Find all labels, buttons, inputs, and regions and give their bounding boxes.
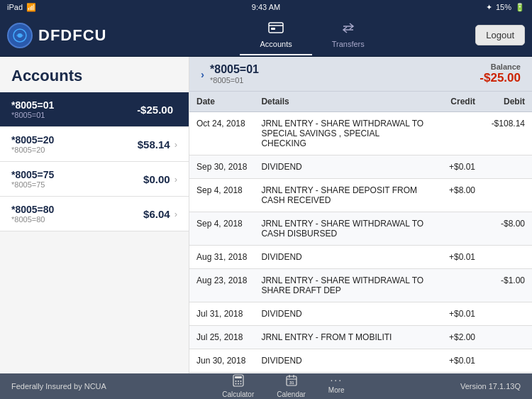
tx-debit — [482, 155, 532, 179]
account-item-8005-80[interactable]: *8005=80 *8005=80 $6.04 › — [0, 197, 189, 231]
table-row[interactable]: Jul 25, 2018 JRNL ENTRY - FROM T MOBILIT… — [189, 326, 532, 349]
calculator-icon — [232, 374, 245, 390]
calendar-label: Calendar — [277, 390, 306, 398]
tx-details: JRNL ENTRY - SHARE WITHDRAWAL TO SPECIAL… — [254, 112, 433, 155]
sidebar: Accounts *8005=01 *8005=01 -$25.00 *8005… — [0, 57, 189, 373]
account-sub: *8005=01 — [11, 111, 137, 119]
more-label: More — [328, 386, 345, 394]
svg-point-10 — [235, 383, 236, 385]
tx-credit — [433, 112, 482, 155]
svg-point-1 — [18, 33, 22, 38]
tx-credit — [433, 212, 482, 246]
tx-debit — [482, 326, 532, 349]
logout-button[interactable]: Logout — [475, 25, 525, 45]
table-header: Date Details Credit Debit — [189, 92, 532, 112]
sidebar-title: Accounts — [0, 57, 189, 92]
account-sub: *8005=80 — [11, 215, 143, 224]
tx-details: JRNL ENTRY - FROM T MOBILITI — [254, 326, 433, 349]
logo-icon — [7, 23, 33, 48]
account-balance: $0.00 — [143, 173, 170, 185]
account-item-8005-20[interactable]: *8005=20 *8005=20 $58.14 › — [0, 127, 189, 162]
chevron-icon: › — [174, 209, 177, 219]
tab-calculator[interactable]: Calculator — [211, 373, 265, 399]
svg-point-7 — [235, 381, 236, 382]
col-credit: Credit — [433, 92, 482, 112]
tab-accounts-label: Accounts — [260, 40, 292, 48]
table-row[interactable]: Aug 31, 2018 DIVIDEND +$0.01 — [189, 246, 532, 269]
tx-date: Aug 31, 2018 — [189, 246, 254, 269]
tx-debit — [482, 373, 532, 374]
tab-more[interactable]: ··· More — [317, 373, 356, 399]
tab-transfers-label: Transfers — [332, 40, 365, 48]
detail-account-info: *8005=01 *8005=01 — [210, 63, 259, 84]
tx-details: DIVIDEND — [254, 155, 433, 179]
account-number: *8005=75 — [11, 169, 143, 180]
tx-credit: +$0.01 — [433, 246, 482, 269]
detail-balance-label: Balance — [480, 62, 521, 71]
tx-details: JRNL ENTRY - SHARE WITHDRAWAL TO CASH DI… — [254, 212, 433, 246]
status-bar: iPad 📶 9:43 AM ✦ 15% 🔋 — [0, 0, 532, 14]
account-info: *8005=20 *8005=20 — [11, 134, 138, 154]
main-layout: Accounts *8005=01 *8005=01 -$25.00 *8005… — [0, 57, 532, 373]
tx-debit: -$1.00 — [482, 269, 532, 302]
svg-point-9 — [240, 381, 241, 382]
calculator-label: Calculator — [222, 390, 254, 398]
tx-credit: +$8.00 — [433, 179, 482, 212]
tab-transfers[interactable]: Transfers — [312, 15, 384, 55]
tx-details: DIVIDEND — [254, 302, 433, 326]
accounts-icon — [267, 21, 284, 38]
tx-details: JRNL ENTRY - SHARE WITHDRAWAL TO SHARE D… — [254, 269, 433, 302]
tx-credit — [433, 269, 482, 302]
tx-credit: +$2.00 — [433, 326, 482, 349]
svg-rect-2 — [269, 23, 283, 33]
tx-date: Oct 24, 2018 — [189, 112, 254, 155]
bluetooth-icon: ✦ — [486, 3, 492, 12]
table-row[interactable]: Jul 31, 2018 DIVIDEND +$0.01 — [189, 302, 532, 326]
account-number: *8005=01 — [11, 99, 137, 111]
footer-tabs: Calculator 31 Calendar ··· More — [211, 373, 355, 399]
table-row[interactable]: Sep 4, 2018 JRNL ENTRY - SHARE WITHDRAWA… — [189, 212, 532, 246]
account-item-8005-75[interactable]: *8005=75 *8005=75 $0.00 › — [0, 162, 189, 197]
transfers-icon — [340, 21, 357, 38]
tx-credit: +$0.01 — [433, 349, 482, 373]
battery-label: 15% — [496, 3, 511, 11]
account-sub: *8005=20 — [11, 146, 138, 154]
tx-debit — [482, 179, 532, 212]
account-item-8005-01[interactable]: *8005=01 *8005=01 -$25.00 — [0, 92, 189, 127]
tx-date: Sep 4, 2018 — [189, 179, 254, 212]
svg-point-12 — [240, 383, 241, 385]
account-sub: *8005=75 — [11, 180, 143, 189]
tab-calendar[interactable]: 31 Calendar — [265, 373, 317, 399]
transactions-table-wrapper[interactable]: Date Details Credit Debit Oct 24, 2018 J… — [189, 92, 532, 373]
tab-accounts[interactable]: Accounts — [240, 15, 311, 55]
svg-rect-6 — [235, 376, 242, 378]
transactions-table: Date Details Credit Debit Oct 24, 2018 J… — [189, 92, 532, 373]
account-list: *8005=01 *8005=01 -$25.00 *8005=20 *8005… — [0, 92, 189, 373]
table-row[interactable]: Aug 23, 2018 JRNL ENTRY - SHARE WITHDRAW… — [189, 269, 532, 302]
detail-header-left: › *8005=01 *8005=01 — [201, 63, 259, 84]
version-text: Version 17.1.13Q — [460, 382, 521, 390]
table-row[interactable]: Sep 4, 2018 JRNL ENTRY - SHARE DEPOSIT F… — [189, 179, 532, 212]
status-time: 9:43 AM — [252, 3, 280, 11]
tx-details: JRNL ENTRY - SHARE DEPOSIT FROM CASH REC… — [254, 179, 433, 212]
svg-text:31: 31 — [289, 381, 294, 385]
table-row[interactable]: Sep 30, 2018 DIVIDEND +$0.01 — [189, 155, 532, 179]
insured-text: Federally Insured by NCUA — [11, 382, 106, 390]
account-balance: -$25.00 — [137, 104, 173, 116]
detail-account-name: *8005=01 — [210, 63, 259, 76]
logo-area: DFDFCU — [7, 23, 149, 48]
tx-credit: +$0.01 — [433, 302, 482, 326]
col-date: Date — [189, 92, 254, 112]
account-info: *8005=01 *8005=01 — [11, 99, 137, 119]
more-icon: ··· — [330, 374, 343, 386]
col-debit: Debit — [482, 92, 532, 112]
svg-point-11 — [238, 383, 239, 385]
account-info: *8005=75 *8005=75 — [11, 169, 143, 189]
chevron-icon: › — [174, 139, 177, 150]
table-row[interactable]: Jun 30, 2018 DIVIDEND +$0.01 — [189, 349, 532, 373]
table-row[interactable]: Oct 24, 2018 JRNL ENTRY - SHARE WITHDRAW… — [189, 112, 532, 155]
battery-icon: 🔋 — [515, 3, 525, 12]
transactions-body: Oct 24, 2018 JRNL ENTRY - SHARE WITHDRAW… — [189, 112, 532, 374]
account-balance: $58.14 — [138, 138, 170, 151]
tx-debit: -$108.14 — [482, 112, 532, 155]
